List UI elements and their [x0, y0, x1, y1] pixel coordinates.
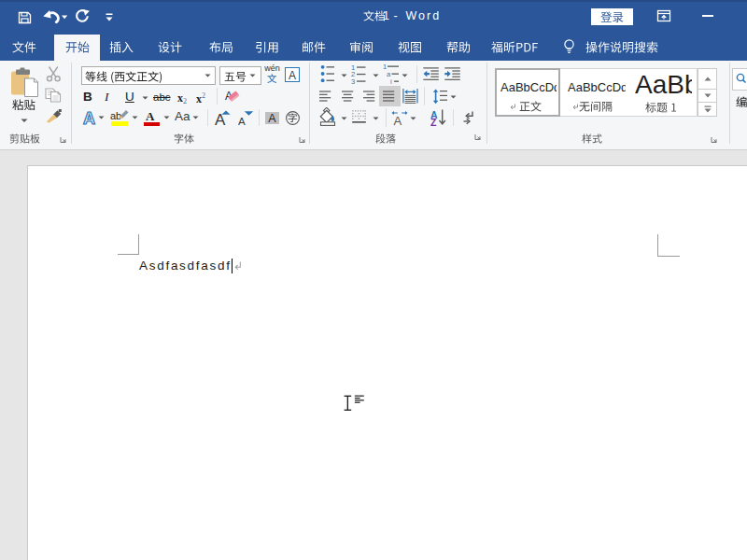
svg-text:3: 3 [351, 77, 355, 85]
svg-text:A: A [394, 114, 402, 127]
svg-text:ab: ab [110, 110, 121, 121]
svg-text:i: i [390, 77, 392, 85]
svg-text:Z: Z [430, 117, 437, 126]
svg-text:A: A [238, 116, 246, 126]
svg-text:A: A [83, 109, 95, 126]
